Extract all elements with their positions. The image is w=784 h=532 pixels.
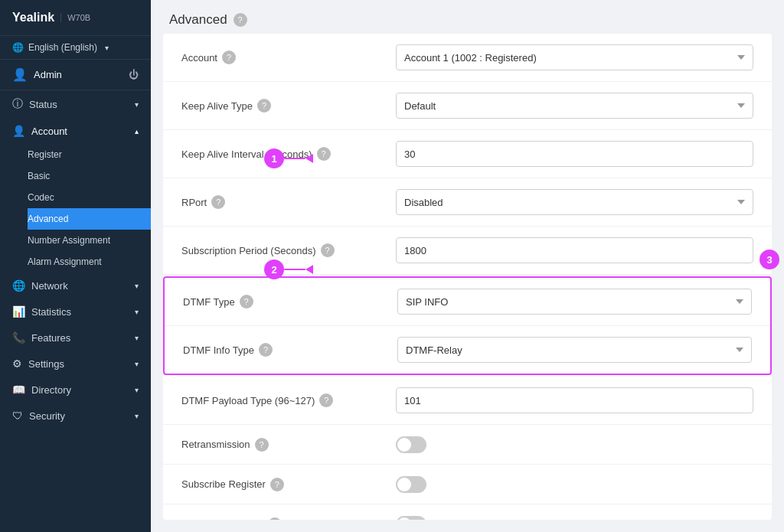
dtmf-payload-control [396,387,753,413]
annotation-1-arrow: 1 [264,149,313,168]
account-select[interactable]: Account 1 (1002 : Registered) Account 2 [396,44,753,70]
sidebar-item-label: Statistics [31,306,71,318]
dtmf-info-type-help-icon[interactable]: ? [259,343,273,357]
chevron-down-icon: ▾ [135,386,139,394]
sidebar-item-number-assignment[interactable]: Number Assignment [28,230,151,251]
rport-help-icon[interactable]: ? [211,195,225,209]
sidebar-item-advanced[interactable]: Advanced [28,208,151,230]
subscribe-mwi-help-icon[interactable]: ? [268,517,282,521]
rport-label: RPort ? [181,195,396,209]
annotation-circle-2: 2 [264,259,284,279]
keep-alive-type-help-icon[interactable]: ? [257,99,271,113]
retransmission-help-icon[interactable]: ? [255,438,269,452]
retransmission-label: Retransmission ? [181,438,396,452]
dtmf-info-type-label: DTMF Info Type ? [183,343,397,357]
annotation-circle-1: 1 [264,149,284,168]
sidebar-item-codec[interactable]: Codec [28,187,151,208]
sidebar-item-label: Network [31,280,68,292]
keep-alive-interval-input[interactable] [396,141,753,167]
yealink-logo: Yealink [12,11,54,24]
rport-select[interactable]: Disabled Enabled [396,189,753,215]
keep-alive-type-select[interactable]: Default [396,93,753,119]
subscribe-mwi-toggle[interactable] [396,516,426,521]
book-icon: 📖 [12,383,25,396]
sidebar-item-label: Settings [28,358,64,370]
annotation-3-circle: 3 [760,250,779,269]
sidebar-item-label: Directory [31,384,71,396]
sidebar-item-alarm-assignment[interactable]: Alarm Assignment [28,251,151,273]
form-row-subscription-period: Subscription Period (Seconds) ? [163,227,772,275]
subscription-period-label: Subscription Period (Seconds) ? [181,243,396,257]
form-row-retransmission: Retransmission ? [163,425,772,465]
form-row-dtmf-type: DTMF Type ? SIP INFO RFC 2833 INBAND [165,278,770,326]
sidebar-menu: ⓘ Status ▾ 👤 Account ▴ Register Basic Co… [0,90,151,532]
subscribe-register-label: Subscribe Register ? [181,478,396,491]
dtmf-type-select[interactable]: SIP INFO RFC 2833 INBAND [397,289,752,315]
arrow-head-2 [305,265,313,274]
sidebar-item-label: Alarm Assignment [28,256,102,267]
keep-alive-interval-help-icon[interactable]: ? [317,147,331,161]
dtmf-info-type-select[interactable]: DTMF-Relay DTMF Telephone-Event [397,337,752,363]
dtmf-payload-help-icon[interactable]: ? [319,393,333,407]
account-control: Account 1 (1002 : Registered) Account 2 [396,44,753,70]
dtmf-payload-input[interactable] [396,387,753,413]
model-label: W70B [60,13,90,22]
rport-control: Disabled Enabled [396,189,753,215]
shield-icon: 🛡 [12,410,23,422]
page-title: Advanced [169,12,227,28]
gear-icon: ⚙ [12,357,22,370]
sidebar-item-label: Number Assignment [28,235,110,246]
subscription-period-input[interactable] [396,237,753,263]
sidebar-item-settings[interactable]: ⚙ Settings ▾ [0,351,151,377]
content-wrapper: 1 2 3 Account ? [151,34,784,532]
chevron-down-icon: ▾ [135,360,139,368]
subscription-period-control [396,237,753,263]
subscribe-mwi-control [396,516,753,521]
sidebar-item-label: Codec [28,192,54,203]
user-area: 👤 Admin ⏻ [0,60,151,90]
form-content: Account ? Account 1 (1002 : Registered) … [163,34,772,520]
subscription-period-help-icon[interactable]: ? [321,243,335,257]
sidebar: Yealink W70B 🌐 English (English) ▾ 👤 Adm… [0,0,151,532]
page-header: Advanced ? [151,0,784,34]
sidebar-item-network[interactable]: 🌐 Network ▾ [0,273,151,299]
dtmf-info-type-control: DTMF-Relay DTMF Telephone-Event [397,337,752,363]
globe-icon: 🌐 [12,279,25,292]
language-selector[interactable]: 🌐 English (English) ▾ [0,36,151,60]
sidebar-item-label: Advanced [28,214,68,224]
dtmf-payload-label: DTMF Payload Type (96~127) ? [181,393,396,407]
account-label: Account ? [181,51,396,64]
info-icon: ⓘ [12,97,23,111]
sidebar-item-security[interactable]: 🛡 Security ▾ [0,403,151,429]
sidebar-item-features[interactable]: 📞 Features ▾ [0,325,151,351]
sidebar-item-account[interactable]: 👤 Account ▴ [0,118,151,144]
logo-area: Yealink W70B [0,0,151,36]
annotation-circle-3: 3 [760,250,779,269]
chevron-down-icon: ▾ [135,412,139,420]
power-icon[interactable]: ⏻ [129,69,139,80]
sidebar-item-status[interactable]: ⓘ Status ▾ [0,90,151,118]
account-help-icon[interactable]: ? [222,51,236,64]
subscribe-register-help-icon[interactable]: ? [270,478,284,491]
sidebar-item-label: Account [31,126,67,137]
annotation-2-arrow: 2 [264,259,313,279]
sidebar-item-statistics[interactable]: 📊 Statistics ▾ [0,299,151,325]
globe-icon: 🌐 [12,42,24,53]
subscribe-register-toggle[interactable] [396,476,426,493]
arrow-line-1 [284,158,305,159]
retransmission-control [396,436,753,453]
sidebar-item-directory[interactable]: 📖 Directory ▾ [0,377,151,403]
form-row-rport: RPort ? Disabled Enabled [163,178,772,227]
page-help-icon[interactable]: ? [234,13,247,27]
bar-chart-icon: 📊 [12,305,25,318]
sidebar-item-label: Security [29,410,65,422]
dtmf-type-label: DTMF Type ? [183,295,397,308]
retransmission-toggle[interactable] [396,436,426,453]
username-label: Admin [34,69,62,80]
chevron-up-icon: ▴ [135,127,139,135]
user-icon: 👤 [12,125,25,137]
dtmf-type-help-icon[interactable]: ? [240,295,253,308]
sidebar-item-register[interactable]: Register [28,144,151,165]
sidebar-item-basic[interactable]: Basic [28,165,151,187]
form-row-subscribe-mwi: Subscribe for MWI ? [163,504,772,520]
